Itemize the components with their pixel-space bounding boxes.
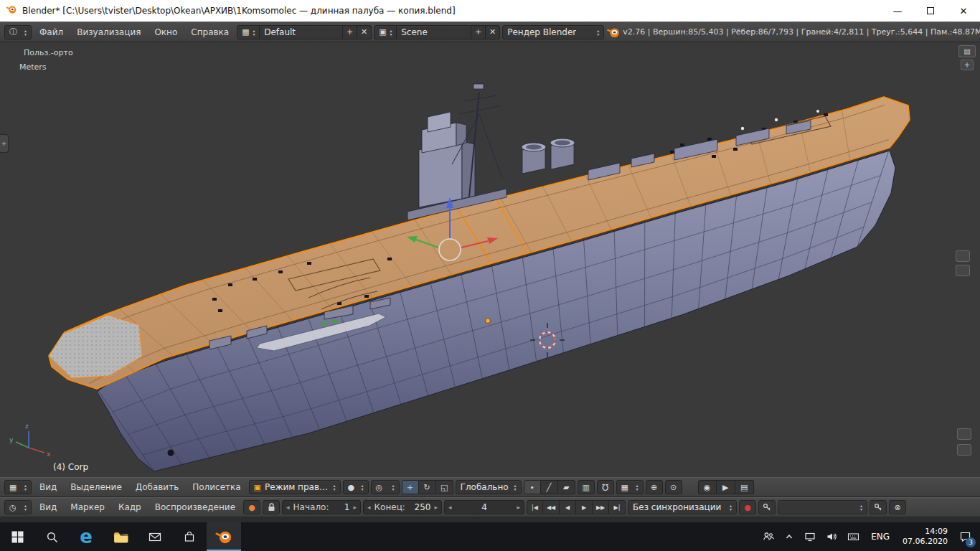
menu-view[interactable]: Вид: [34, 482, 62, 492]
menu-add[interactable]: Добавить: [130, 482, 184, 492]
translate-manipulator-button[interactable]: +: [402, 480, 419, 494]
frame-end-field[interactable]: ◂ Конец: 250 ▸: [363, 500, 442, 514]
volume-button[interactable]: [821, 522, 842, 551]
properties-panel-expand-button[interactable]: +: [961, 60, 974, 70]
opengl-render-button[interactable]: ◉: [698, 480, 717, 494]
face-select-button[interactable]: ▰: [558, 480, 575, 494]
increment-icon[interactable]: ▸: [352, 504, 359, 511]
proportional-edit-button[interactable]: ⊕: [646, 480, 663, 494]
viewport-3d[interactable]: x y z Польз.-орто Meters (4) Corp + ▤ +: [0, 42, 980, 477]
folder-icon: [113, 531, 128, 543]
menu-marker[interactable]: Маркер: [65, 502, 110, 512]
increment-icon[interactable]: ▸: [516, 504, 522, 511]
toolshelf-expand-tab[interactable]: +: [0, 134, 9, 153]
record-button[interactable]: ●: [739, 500, 756, 514]
next-keyframe-button[interactable]: ▶▶: [593, 500, 609, 514]
edge-button[interactable]: e: [69, 522, 103, 551]
mail-button[interactable]: [138, 522, 172, 551]
blender-taskbar-button[interactable]: [207, 522, 241, 551]
jump-to-end-button[interactable]: ▶|: [609, 500, 626, 514]
keying-set-field[interactable]: ▴▾: [778, 500, 867, 514]
mode-dropdown[interactable]: ▣ Режим правки ▴▾: [249, 480, 341, 494]
manipulator-buttons: + ↻ ◱: [402, 480, 453, 494]
viewport-canvas[interactable]: x y z: [0, 42, 980, 477]
menu-playback[interactable]: Воспроизведение: [149, 502, 241, 512]
menu-timeline-view[interactable]: Вид: [34, 502, 62, 512]
play-reverse-button[interactable]: ◀: [560, 500, 576, 514]
editor-corner-widget[interactable]: ▤: [958, 45, 976, 57]
scene-browse-button[interactable]: ▣ ▴▾: [374, 25, 397, 39]
tray-expand-button[interactable]: [779, 522, 799, 551]
render-engine-dropdown[interactable]: Рендер Blender ▴▾: [502, 25, 604, 39]
keying-set-button[interactable]: [758, 500, 776, 514]
occlude-geometry-button[interactable]: ▥: [578, 480, 595, 494]
file-explorer-button[interactable]: [103, 522, 138, 551]
store-button[interactable]: [172, 522, 207, 551]
view-scroll-widget[interactable]: [957, 428, 971, 440]
lock-button[interactable]: [263, 500, 280, 514]
play-button[interactable]: ▶: [576, 500, 593, 514]
layout-browse-button[interactable]: ▦ ▴▾: [237, 25, 260, 39]
search-button[interactable]: [34, 522, 69, 551]
snap-magnet-button[interactable]: Ω: [597, 480, 614, 494]
people-button[interactable]: [758, 522, 779, 551]
render-preview-button[interactable]: ▤: [735, 480, 754, 494]
menu-file[interactable]: Файл: [34, 27, 69, 37]
scene-close-button[interactable]: ✕: [486, 25, 500, 39]
language-indicator[interactable]: ENG: [864, 522, 896, 551]
shading-sphere-icon: ●: [348, 483, 355, 492]
decrement-icon[interactable]: ◂: [285, 504, 291, 511]
network-button[interactable]: [799, 522, 821, 551]
orientation-dropdown[interactable]: Глобально ▴▾: [456, 480, 522, 494]
touch-keyboard-button[interactable]: [842, 522, 864, 551]
rotate-manipulator-button[interactable]: ↻: [419, 480, 436, 494]
opengl-render-anim-button[interactable]: ▶: [717, 480, 735, 494]
scene-name-field[interactable]: Scene: [397, 25, 471, 39]
editor-type-selector-3dview[interactable]: ▦ ▴▾: [4, 480, 32, 494]
sync-dropdown[interactable]: Без синхронизации ▴▾: [628, 500, 737, 514]
decrement-icon[interactable]: ◂: [447, 504, 453, 511]
delete-keyframe-button[interactable]: ⊗: [889, 500, 906, 514]
jump-to-start-button[interactable]: |◀: [527, 500, 543, 514]
close-button[interactable]: ✕: [947, 0, 980, 22]
scale-manipulator-button[interactable]: ◱: [436, 480, 453, 494]
menu-render[interactable]: Визуализация: [71, 27, 146, 37]
windows-logo-icon: [11, 531, 24, 543]
editor-type-selector-info[interactable]: ⓘ ▴▾: [4, 25, 32, 39]
increment-icon[interactable]: ▸: [433, 504, 440, 511]
pivot-point-dropdown[interactable]: ◎ ▴▾: [371, 480, 400, 494]
snap-target-dropdown[interactable]: ▦ ▴▾: [616, 480, 644, 494]
view-scroll-widget[interactable]: [956, 265, 970, 276]
scene-add-button[interactable]: +: [471, 25, 486, 39]
insert-keyframe-button[interactable]: [870, 500, 887, 514]
maximize-button[interactable]: [914, 0, 947, 22]
edge-select-button[interactable]: ╱: [541, 480, 558, 494]
menu-frame[interactable]: Кадр: [113, 502, 147, 512]
blender-logo-icon: [606, 25, 621, 39]
layout-close-button[interactable]: ✕: [357, 25, 372, 39]
render-engine-value: Рендер Blender: [507, 27, 576, 37]
menu-mesh[interactable]: Полисетка: [187, 482, 246, 492]
view3d-header: ▦ ▴▾ Вид Выделение Добавить Полисетка ▣ …: [0, 477, 980, 497]
notification-center-button[interactable]: 3: [954, 522, 976, 551]
editor-type-selector-timeline[interactable]: ◷ ▴▾: [4, 500, 32, 514]
viewport-shading-dropdown[interactable]: ● ▴▾: [343, 480, 369, 494]
layout-add-button[interactable]: +: [343, 25, 357, 39]
current-frame-field[interactable]: ◂ 4 ▸: [444, 500, 524, 514]
layout-name-field[interactable]: Default: [260, 25, 343, 39]
auto-keyframe-button[interactable]: ●: [243, 500, 260, 514]
menu-select[interactable]: Выделение: [65, 482, 127, 492]
menu-help[interactable]: Справка: [185, 27, 235, 37]
taskbar: e ENG: [0, 522, 980, 551]
frame-start-field[interactable]: ◂ Начало: 1 ▸: [282, 500, 361, 514]
view-scroll-widget[interactable]: [956, 250, 970, 262]
vertex-select-button[interactable]: ∙: [524, 480, 541, 494]
decrement-icon[interactable]: ◂: [366, 504, 372, 511]
snap-cursor-button[interactable]: ⊙: [665, 480, 682, 494]
taskbar-clock[interactable]: 14:09 07.06.2020: [896, 527, 954, 547]
prev-keyframe-button[interactable]: ◀◀: [543, 500, 560, 514]
view-scroll-widget[interactable]: [957, 444, 971, 456]
start-button[interactable]: [0, 522, 34, 551]
menu-window[interactable]: Окно: [149, 27, 183, 37]
minimize-button[interactable]: —: [881, 0, 914, 22]
